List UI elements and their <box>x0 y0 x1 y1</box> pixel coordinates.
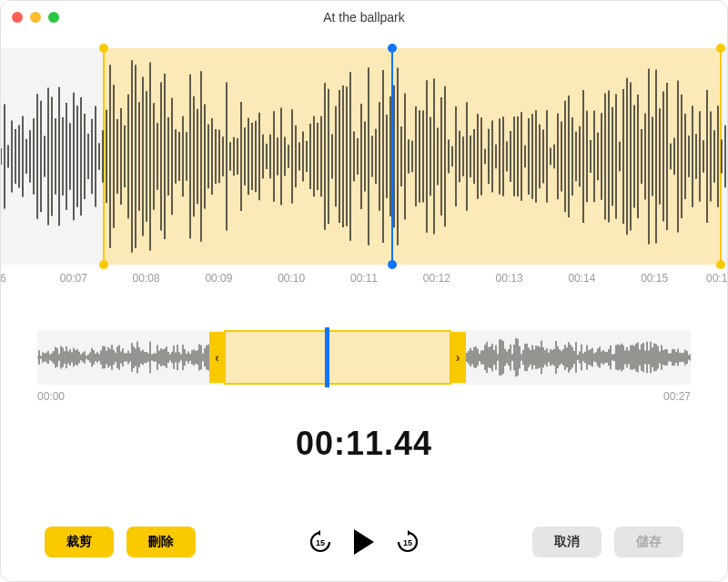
time-ruler: 600:0700:0800:0900:1000:1100:1200:1300:1… <box>1 272 727 299</box>
play-button[interactable] <box>349 527 379 557</box>
time-tick: 00:11 <box>350 272 378 285</box>
audio-editor-window: At the ballpark 600:0700:0800:0900:1000:… <box>0 0 728 582</box>
skip-forward-button[interactable]: 15 <box>392 527 423 557</box>
time-tick: 00:10 <box>278 272 305 285</box>
overview-start-time: 00:00 <box>37 390 65 403</box>
time-tick: 00:09 <box>205 272 232 285</box>
save-button[interactable]: 儲存 <box>614 527 683 557</box>
overview-waveform[interactable]: ‹ › <box>37 330 691 385</box>
time-tick: 00:08 <box>133 272 160 285</box>
overview-left-handle[interactable]: ‹ <box>209 332 226 383</box>
overview-right-handle[interactable]: › <box>450 332 466 383</box>
overview-end-time: 00:27 <box>663 390 691 403</box>
time-tick: 00:12 <box>423 272 450 285</box>
playhead-handle-bottom[interactable] <box>388 260 397 269</box>
time-tick: 00:15 <box>641 272 668 285</box>
playhead-handle-top[interactable] <box>388 44 397 53</box>
play-icon <box>354 529 374 555</box>
window-title: At the ballpark <box>1 10 727 25</box>
time-tick: 00:07 <box>60 272 87 285</box>
waveform-svg <box>1 48 727 265</box>
playhead[interactable] <box>391 48 393 265</box>
controls-bar: 裁剪 刪除 15 15 取消 <box>1 527 727 557</box>
svg-text:15: 15 <box>403 538 412 547</box>
overview-playhead[interactable] <box>325 327 329 387</box>
trim-button[interactable]: 裁剪 <box>45 527 114 557</box>
svg-text:15: 15 <box>316 538 325 547</box>
time-tick: 00:16 <box>706 272 728 285</box>
skip-back-button[interactable]: 15 <box>305 527 336 557</box>
time-display: 00:11.44 <box>1 425 727 463</box>
skip-forward-icon: 15 <box>395 529 420 555</box>
overview-selection[interactable]: ‹ › <box>224 330 452 385</box>
cancel-button[interactable]: 取消 <box>532 527 602 557</box>
delete-button[interactable]: 刪除 <box>126 527 196 557</box>
main-waveform[interactable]: 600:0700:0800:0900:1000:1100:1200:1300:1… <box>1 48 727 303</box>
time-tick: 00:13 <box>496 272 523 285</box>
time-tick: 00:14 <box>568 272 595 285</box>
overview-time-labels: 00:00 00:27 <box>37 390 691 403</box>
skip-back-icon: 15 <box>308 529 333 555</box>
time-tick: 6 <box>0 272 6 285</box>
titlebar: At the ballpark <box>1 1 727 34</box>
